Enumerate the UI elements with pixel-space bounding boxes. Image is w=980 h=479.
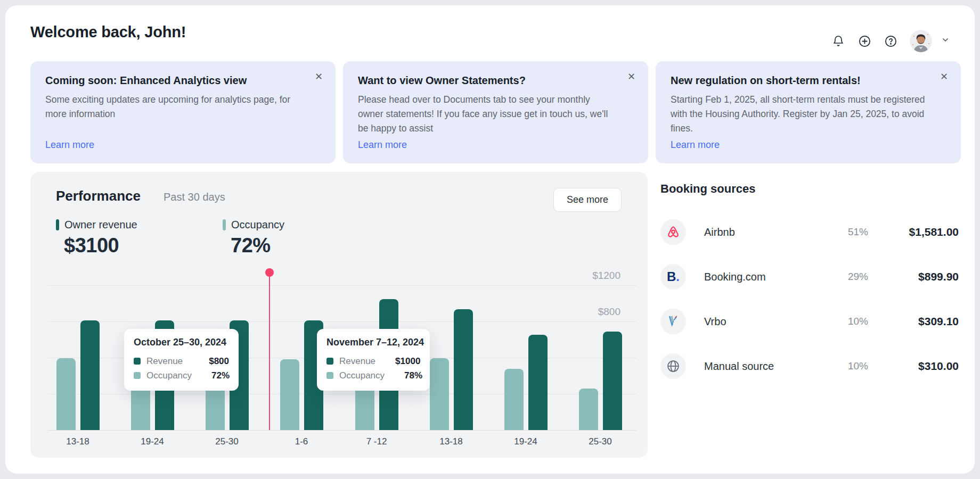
source-percent: 29% <box>826 271 868 283</box>
revenue-bar[interactable] <box>454 309 473 430</box>
source-amount: $899.90 <box>868 270 959 283</box>
notifications-button[interactable] <box>831 34 845 48</box>
airbnb-icon <box>660 219 686 245</box>
tooltip-label: Occupancy <box>339 370 398 381</box>
booking-row-booking-com[interactable]: B. Booking.com 29% $899.90 <box>660 264 959 290</box>
occupancy-swatch <box>326 372 333 379</box>
x-axis-label: 1-6 <box>277 436 325 447</box>
help-icon <box>884 35 897 48</box>
source-name: Booking.com <box>704 271 826 283</box>
learn-more-link[interactable]: Learn more <box>671 139 720 151</box>
chart-tooltip-november: November 7–12, 2024 Revenue $1000 Occupa… <box>317 329 430 391</box>
revenue-bar[interactable] <box>528 335 548 430</box>
help-button[interactable] <box>884 34 897 48</box>
close-icon[interactable]: ✕ <box>625 70 638 84</box>
source-amount: $309.10 <box>868 315 959 328</box>
chevron-down-icon[interactable] <box>941 36 950 46</box>
bar-group[interactable] <box>430 309 473 430</box>
card-body: Some exciting updates are upcoming for a… <box>45 93 300 121</box>
card-title: New regulation on short-term rentals! <box>671 75 946 87</box>
card-title: Want to view Owner Statements? <box>358 75 633 87</box>
bar-group[interactable] <box>579 332 622 430</box>
tooltip-label: Revenue <box>339 356 389 367</box>
learn-more-link[interactable]: Learn more <box>45 139 94 151</box>
bell-icon <box>832 35 845 47</box>
source-percent: 10% <box>826 360 868 372</box>
tooltip-value: 78% <box>404 370 422 381</box>
month-marker-line <box>269 276 270 430</box>
x-axis-label: 13-18 <box>427 436 475 447</box>
booking-sources-panel: Booking sources Airbnb 51% $1,581.00 <box>660 182 959 398</box>
revenue-bar[interactable] <box>603 332 622 430</box>
notice-card-owner-statements: Want to view Owner Statements? Please he… <box>343 61 648 163</box>
tooltip-value: $800 <box>209 356 229 367</box>
revenue-swatch <box>326 358 333 365</box>
source-name: Manual source <box>704 360 826 373</box>
notice-cards: Coming soon: Enhanced Analytics view Som… <box>30 61 961 163</box>
header-actions <box>831 30 950 52</box>
tooltip-date: November 7–12, 2024 <box>326 337 420 348</box>
occupancy-bar[interactable] <box>504 369 524 430</box>
performance-panel: Performance Past 30 days See more Owner … <box>30 172 648 458</box>
card-body: Starting Feb 1, 2025, all short-term ren… <box>671 93 925 136</box>
month-marker-dot[interactable] <box>265 268 274 277</box>
source-name: Vrbo <box>704 316 826 328</box>
x-axis-label: 7 -12 <box>353 436 401 447</box>
booking-row-vrbo[interactable]: Vrbo 10% $309.10 <box>660 309 959 334</box>
tooltip-label: Occupancy <box>146 370 206 381</box>
plus-circle-icon <box>858 35 871 48</box>
card-title: Coming soon: Enhanced Analytics view <box>45 75 321 87</box>
close-icon[interactable]: ✕ <box>313 70 325 84</box>
source-percent: 51% <box>826 226 868 238</box>
tooltip-date: October 25–30, 2024 <box>134 337 229 348</box>
tooltip-value: $1000 <box>395 356 420 367</box>
occupancy-bar[interactable] <box>280 359 299 430</box>
occupancy-bar[interactable] <box>430 358 449 430</box>
learn-more-link[interactable]: Learn more <box>358 139 407 151</box>
revenue-swatch <box>134 358 141 365</box>
revenue-bar[interactable] <box>80 320 100 430</box>
dashboard: Welcome back, John! <box>0 0 980 479</box>
x-axis-label: 19-24 <box>502 436 550 447</box>
add-button[interactable] <box>858 34 871 48</box>
source-name: Airbnb <box>704 226 826 238</box>
booking-row-manual[interactable]: Manual source 10% $310.00 <box>660 353 959 379</box>
source-amount: $1,581.00 <box>868 226 959 238</box>
bar-group[interactable] <box>504 335 548 430</box>
occupancy-bar[interactable] <box>56 358 76 430</box>
avatar[interactable] <box>910 30 932 52</box>
occupancy-swatch <box>134 372 141 379</box>
source-percent: 10% <box>826 316 868 327</box>
x-axis-label: 19-24 <box>128 436 176 447</box>
occupancy-bar[interactable] <box>579 389 598 430</box>
booking-com-icon: B. <box>660 264 686 290</box>
bar-chart-plot: 13-1819-2425-301-67 -1213-1819-2425-30 <box>30 172 648 458</box>
notice-card-analytics: Coming soon: Enhanced Analytics view Som… <box>30 61 336 163</box>
app-surface: Welcome back, John! <box>5 5 975 474</box>
globe-icon <box>660 353 686 379</box>
tooltip-value: 72% <box>211 370 230 381</box>
bar-group[interactable] <box>56 320 100 430</box>
notice-card-regulation: New regulation on short-term rentals! St… <box>656 61 961 163</box>
page-title: Welcome back, John! <box>30 23 186 41</box>
card-body: Please head over to Documents tab to see… <box>358 93 612 136</box>
x-axis-label: 25-30 <box>203 436 251 447</box>
vrbo-icon <box>660 309 686 334</box>
chart-tooltip-october: October 25–30, 2024 Revenue $800 Occupan… <box>124 329 239 391</box>
close-icon[interactable]: ✕ <box>938 70 950 84</box>
booking-row-airbnb[interactable]: Airbnb 51% $1,581.00 <box>660 219 959 245</box>
x-axis-label: 25-30 <box>576 436 624 447</box>
x-axis-label: 13-18 <box>54 436 102 447</box>
booking-sources-title: Booking sources <box>660 182 959 196</box>
tooltip-label: Revenue <box>146 356 203 367</box>
source-amount: $310.00 <box>868 360 959 373</box>
